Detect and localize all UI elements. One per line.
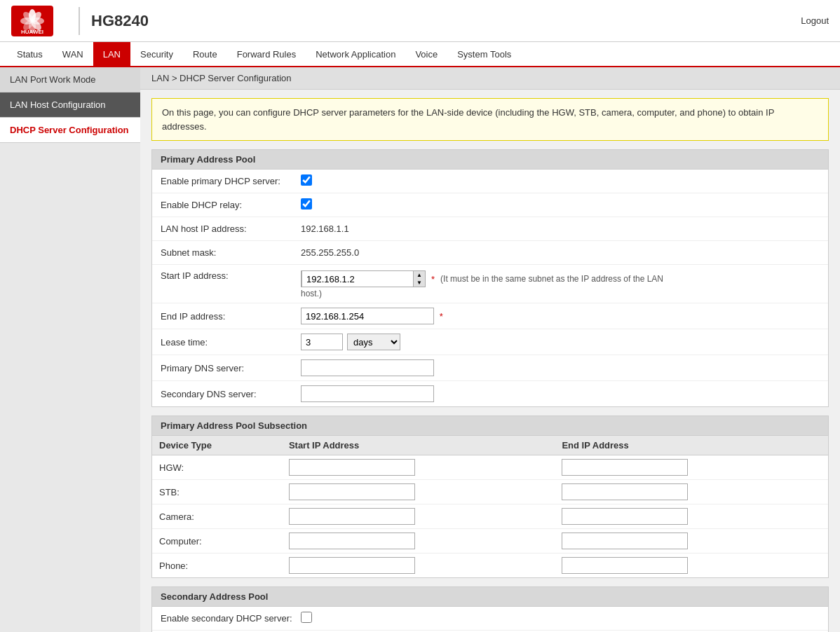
end-ip-cell-4 [555, 554, 828, 578]
end-ip-field-3[interactable] [562, 533, 688, 549]
end-ip-required: * [440, 311, 443, 322]
enable-secondary-label: Enable secondary DHCP server: [161, 613, 301, 624]
nav-status[interactable]: Status [7, 42, 53, 66]
col-start-ip: Start IP Address [282, 436, 555, 455]
enable-primary-dhcp-checkbox[interactable] [301, 174, 312, 186]
spinbox-up-button[interactable]: ▲ [414, 271, 425, 279]
start-ip-input-row: 192.168.1.2 ▲ ▼ * (It must be in the sam… [301, 270, 820, 287]
subsection-row: Computer: [152, 529, 828, 554]
main-layout: LAN Port Work Mode LAN Host Configuratio… [0, 67, 840, 632]
primary-pool-subsection: Primary Address Pool Subsection Device T… [151, 415, 829, 578]
lease-time-value: 3 minutes hours days [301, 334, 820, 350]
svg-text:HUAWEI: HUAWEI [21, 29, 43, 35]
secondary-address-pool-section: Secondary Address Pool Enable secondary … [151, 586, 829, 632]
info-box: On this page, you can configure DHCP ser… [151, 98, 829, 141]
lease-time-unit-select[interactable]: minutes hours days [347, 334, 400, 350]
enable-dhcp-relay-value [301, 198, 820, 212]
end-ip-label: End IP address: [161, 311, 301, 322]
end-ip-field-1[interactable] [562, 483, 688, 500]
secondary-dns-row: Secondary DNS server: [152, 381, 828, 406]
nav-system-tools[interactable]: System Tools [447, 42, 521, 66]
col-end-ip: End IP Address [555, 436, 828, 455]
navbar: Status WAN LAN Security Route Forward Ru… [0, 42, 840, 67]
end-ip-row: End IP address: 192.168.1.254 * [152, 303, 828, 329]
subnet-mask-row: Subnet mask: 255.255.255.0 [152, 241, 828, 265]
device-label-1: STB: [152, 480, 282, 504]
col-device-type: Device Type [152, 436, 282, 455]
nav-voice[interactable]: Voice [405, 42, 447, 66]
primary-pool-title: Primary Address Pool [152, 150, 828, 170]
content-area: LAN > DHCP Server Configuration On this … [140, 67, 840, 632]
lan-host-ip-label: LAN host IP address: [161, 224, 301, 234]
start-ip-note-inline: (It must be in the same subnet as the IP… [440, 274, 663, 284]
huawei-logo: HUAWEI [11, 6, 53, 36]
enable-dhcp-relay-row: Enable DHCP relay: [152, 193, 828, 217]
start-ip-cell-4 [282, 554, 555, 578]
start-ip-field-3[interactable] [289, 533, 415, 549]
nav-forward-rules[interactable]: Forward Rules [227, 42, 306, 66]
start-ip-cell-0 [282, 455, 555, 480]
subsection-header-row: Device Type Start IP Address End IP Addr… [152, 436, 828, 455]
end-ip-cell-2 [555, 504, 828, 529]
start-ip-field-2[interactable] [289, 508, 415, 525]
breadcrumb: LAN > DHCP Server Configuration [140, 67, 840, 90]
device-label-2: Camera: [152, 504, 282, 529]
subsection-table: Device Type Start IP Address End IP Addr… [152, 436, 828, 577]
subsection-row: HGW: [152, 455, 828, 480]
device-label-3: Computer: [152, 529, 282, 554]
spinbox-arrows: ▲ ▼ [414, 271, 425, 287]
primary-dns-input[interactable] [301, 359, 434, 376]
secondary-dns-input[interactable] [301, 385, 434, 402]
model-name: HG8240 [91, 12, 149, 30]
sidebar-lan-port-work-mode[interactable]: LAN Port Work Mode [0, 67, 140, 92]
start-ip-field-4[interactable] [289, 557, 415, 574]
subsection-title: Primary Address Pool Subsection [152, 416, 828, 436]
primary-dns-label: Primary DNS server: [161, 363, 301, 373]
nav-wan[interactable]: WAN [53, 42, 93, 66]
sidebar-dhcp-server-config[interactable]: DHCP Server Configuration [0, 118, 140, 143]
end-ip-input[interactable]: 192.168.1.254 [301, 308, 434, 324]
start-ip-field-0[interactable] [289, 459, 415, 476]
sidebar-lan-host-config[interactable]: LAN Host Configuration [0, 92, 140, 118]
end-ip-cell-0 [555, 455, 828, 480]
spinbox-down-button[interactable]: ▼ [414, 279, 425, 287]
primary-address-pool-section: Primary Address Pool Enable primary DHCP… [151, 149, 829, 407]
end-ip-field-4[interactable] [562, 557, 688, 574]
sidebar: LAN Port Work Mode LAN Host Configuratio… [0, 67, 140, 632]
start-ip-cell-2 [282, 504, 555, 529]
header-divider [79, 7, 80, 35]
start-ip-input[interactable]: 192.168.1.2 [302, 270, 414, 287]
start-ip-field-1[interactable] [289, 483, 415, 500]
lease-time-label: Lease time: [161, 337, 301, 348]
nav-lan[interactable]: LAN [93, 42, 130, 66]
nav-network-application[interactable]: Network Application [306, 42, 405, 66]
end-ip-cell-3 [555, 529, 828, 554]
enable-primary-dhcp-value [301, 174, 820, 188]
end-ip-field-0[interactable] [562, 459, 688, 476]
start-ip-required: * [431, 274, 435, 284]
nav-route[interactable]: Route [183, 42, 227, 66]
start-ip-cell-3 [282, 529, 555, 554]
start-ip-label: Start IP address: [161, 270, 301, 281]
secondary-dns-value [301, 385, 820, 402]
end-ip-value: 192.168.1.254 * [301, 308, 820, 324]
nav-security[interactable]: Security [130, 42, 183, 66]
device-label-0: HGW: [152, 455, 282, 480]
enable-secondary-checkbox[interactable] [301, 612, 312, 623]
lan-host-ip-value: 192.168.1.1 [301, 224, 820, 234]
primary-dns-row: Primary DNS server: [152, 355, 828, 381]
subsection-row: STB: [152, 480, 828, 504]
logout-button[interactable]: Logout [801, 15, 829, 26]
secondary-dns-label: Secondary DNS server: [161, 389, 301, 399]
lease-time-input[interactable]: 3 [301, 334, 343, 350]
end-ip-field-2[interactable] [562, 508, 688, 525]
primary-dns-value [301, 359, 820, 376]
start-ip-spinbox: 192.168.1.2 ▲ ▼ [301, 270, 426, 287]
header: HUAWEI HG8240 Logout [0, 0, 840, 42]
device-label-4: Phone: [152, 554, 282, 578]
secondary-pool-title: Secondary Address Pool [152, 587, 828, 607]
logo-area: HUAWEI [11, 6, 53, 36]
subnet-mask-value: 255.255.255.0 [301, 247, 820, 258]
subsection-row: Camera: [152, 504, 828, 529]
enable-dhcp-relay-checkbox[interactable] [301, 198, 312, 209]
